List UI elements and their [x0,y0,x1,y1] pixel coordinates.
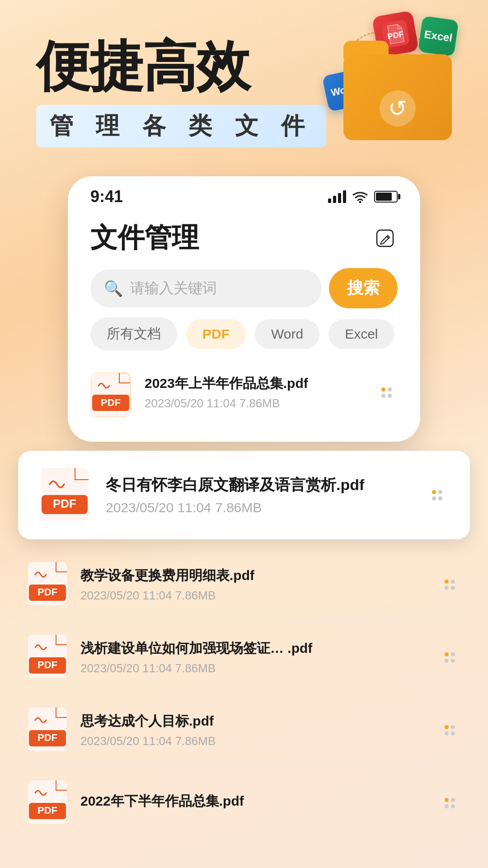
svg-point-2 [359,201,361,203]
hero-section: 便捷高效 管 理 各 类 文 件 PDF Excel Word [0,0,488,167]
file-meta: 2023/05/20 11:04 7.86MB [106,500,409,515]
signal-icon [328,190,346,203]
edit-icon [375,228,395,248]
filter-tabs: 所有文档 PDF Word Excel [68,317,420,361]
svg-text:PDF: PDF [53,497,76,510]
status-time: 9:41 [90,187,123,206]
file-name: 思考达成个人目标.pdf [80,712,426,731]
pdf-file-icon: PDF [27,634,68,681]
file-name: 浅析建设单位如何加强现场签证… .pdf [80,639,426,658]
search-input-wrap[interactable]: 🔍 请输入关键词 [90,269,322,307]
more-button[interactable] [438,719,461,741]
svg-text:PDF: PDF [38,659,57,670]
status-icons [328,190,398,203]
status-bar: 9:41 [68,176,420,211]
battery-icon [374,191,398,203]
edit-button[interactable] [372,226,398,251]
hero-subtitle: 管 理 各 类 文 件 [36,105,326,147]
file-item[interactable]: PDF 教学设备更换费用明细表.pdf 2023/05/20 11:04 7.8… [27,548,461,621]
file-info: 2023年上半年作品总集.pdf 2023/05/20 11:04 7.86MB [145,374,361,410]
file-name: 冬日有怀李白原文翻译及语言赏析.pdf [106,475,409,495]
more-dots-icon [445,798,455,808]
file-item[interactable]: PDF 2023年上半年作品总集.pdf 2023/05/20 11:04 7.… [90,361,398,424]
file-item[interactable]: PDF 思考达成个人目标.pdf 2023/05/20 11:04 7.86MB [27,694,461,767]
svg-text:PDF: PDF [38,732,57,743]
file-meta: 2023/05/20 11:04 7.86MB [80,589,426,603]
more-dots-icon [381,387,392,398]
svg-text:PDF: PDF [101,397,121,408]
app-title: 文件管理 [90,220,199,256]
pdf-file-icon: PDF [90,372,131,413]
tab-pdf[interactable]: PDF [186,319,246,349]
file-list: PDF 2023年上半年作品总集.pdf 2023/05/20 11:04 7.… [68,361,420,424]
file-item[interactable]: PDF 2022年下半年作品总集.pdf [27,767,461,839]
tab-word[interactable]: Word [255,319,319,349]
folder-icon: ↺ [343,41,452,140]
more-button[interactable] [438,573,461,596]
file-item[interactable]: PDF 浅析建设单位如何加强现场签证… .pdf 2023/05/20 11:0… [27,621,461,694]
more-button[interactable] [438,646,461,669]
svg-text:PDF: PDF [38,586,57,598]
tab-excel[interactable]: Excel [328,319,394,349]
wifi-icon [352,190,368,203]
svg-text:PDF: PDF [38,805,57,816]
file-name: 2023年上半年作品总集.pdf [145,374,361,393]
file-info: 思考达成个人目标.pdf 2023/05/20 11:04 7.86MB [80,712,426,748]
more-button[interactable] [426,484,448,506]
tab-all[interactable]: 所有文档 [90,317,177,350]
more-dots-icon [432,490,442,500]
more-dots-icon [445,725,455,736]
search-container: 🔍 请输入关键词 搜索 [68,264,420,317]
folder-arrow-icon: ↺ [380,90,416,127]
file-info-highlighted: 冬日有怀李白原文翻译及语言赏析.pdf 2023/05/20 11:04 7.8… [106,475,409,515]
search-placeholder: 请输入关键词 [130,278,217,298]
pdf-file-icon: PDF [27,779,68,826]
file-meta: 2023/05/20 11:04 7.86MB [80,661,426,675]
more-dots-icon [445,652,455,663]
more-dots-icon [445,580,455,590]
pdf-file-icon-lg: PDF [40,467,89,523]
file-info: 浅析建设单位如何加强现场签证… .pdf 2023/05/20 11:04 7.… [80,639,426,675]
search-icon: 🔍 [104,279,123,297]
more-button[interactable] [438,792,461,814]
phone-frame: 9:41 文件管理 [68,176,420,442]
file-info: 教学设备更换费用明细表.pdf 2023/05/20 11:04 7.86MB [80,566,426,603]
search-button[interactable]: 搜索 [329,268,398,308]
more-button[interactable] [375,381,398,404]
pdf-file-icon: PDF [27,707,68,754]
standalone-file-list: PDF 教学设备更换费用明细表.pdf 2023/05/20 11:04 7.8… [0,548,488,839]
file-meta: 2023/05/20 11:04 7.86MB [80,734,426,748]
file-name: 2022年下半年作品总集.pdf [80,792,426,811]
file-meta: 2023/05/20 11:04 7.86MB [145,396,361,410]
file-name: 教学设备更换费用明细表.pdf [80,566,426,585]
app-header: 文件管理 [68,211,420,264]
highlighted-file-card[interactable]: PDF 冬日有怀李白原文翻译及语言赏析.pdf 2023/05/20 11:04… [18,451,470,539]
file-info: 2022年下半年作品总集.pdf [80,792,426,814]
hero-icons: PDF Excel Word ↺ [307,14,461,158]
pdf-file-icon: PDF [27,561,68,608]
